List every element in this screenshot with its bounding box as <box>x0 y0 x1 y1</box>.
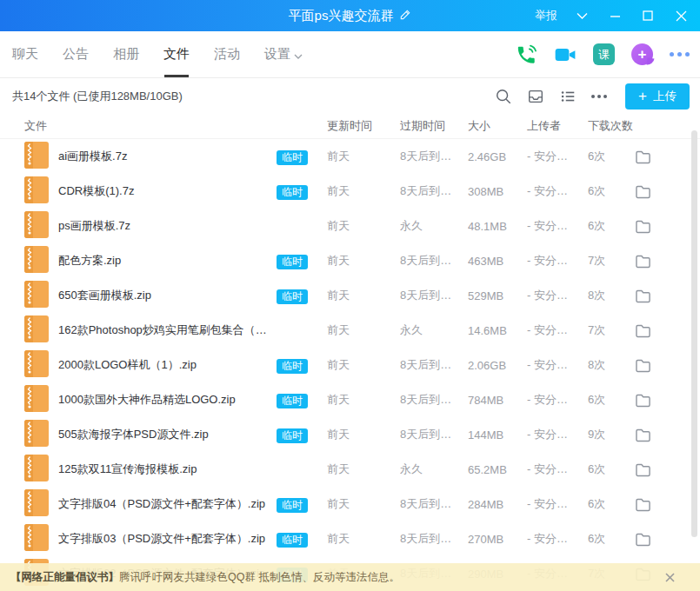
file-size: 65.2MB <box>468 463 527 476</box>
file-row[interactable]: 125款双11宣传海报模板.zip 前天 永久 65.2MB - 安分… 6次 <box>0 452 700 487</box>
tab-announcement[interactable]: 公告 <box>63 31 89 77</box>
col-uploader: 上传者 <box>527 118 588 134</box>
zip-file-icon <box>24 211 49 242</box>
window-title: 平面ps兴趣交流群 <box>289 8 394 24</box>
notice-text: 腾讯呼吁网友共建绿色QQ群 抵制色情、反动等违法信息。 <box>119 570 400 585</box>
file-size: 270MB <box>468 533 527 546</box>
file-toolbar: 共14个文件 (已使用128MB/10GB) <box>0 78 700 114</box>
plus-icon: + <box>638 89 647 103</box>
save-to-folder-icon[interactable] <box>635 184 677 199</box>
tab-bar: 聊天 公告 相册 文件 活动 设置 <box>0 31 700 78</box>
titlebar[interactable]: 平面ps兴趣交流群 举报 <box>0 0 700 31</box>
file-name: 125款双11宣传海报模板.zip <box>58 462 203 477</box>
file-size: 463MB <box>468 255 527 268</box>
file-download-count: 6次 <box>588 149 635 164</box>
more-actions-icon[interactable] <box>670 52 690 56</box>
more-tools-icon[interactable] <box>591 95 607 98</box>
save-to-folder-icon[interactable] <box>635 358 677 373</box>
file-row[interactable]: 文字排版03（PSD源文件+配套字体）.zip 临时 前天 8天后到… 270M… <box>0 521 700 556</box>
file-updated: 前天 <box>327 462 400 477</box>
list-view-icon[interactable] <box>559 88 577 105</box>
file-row[interactable]: 2000款LOGO样机（1）.zip 临时 前天 8天后到… 2.06GB - … <box>0 348 700 382</box>
file-expiry: 8天后到… <box>400 531 468 547</box>
file-expiry: 永久 <box>400 462 468 477</box>
add-member-icon[interactable]: + <box>631 43 653 65</box>
file-uploader: - 安分… <box>527 427 588 442</box>
col-updated: 更新时间 <box>327 118 400 134</box>
file-row[interactable]: CDR模板(1).7z 临时 前天 8天后到… 308MB - 安分… 6次 <box>0 174 700 209</box>
tab-album[interactable]: 相册 <box>113 31 139 77</box>
maximize-button[interactable] <box>636 4 660 27</box>
zip-file-icon <box>24 246 49 276</box>
tab-activity[interactable]: 活动 <box>214 31 240 77</box>
file-size: 2.06GB <box>468 359 527 372</box>
file-uploader: - 安分… <box>527 218 588 234</box>
save-to-folder-icon[interactable] <box>635 289 677 303</box>
file-name: 1000款国外大神作品精选LOGO.zip <box>58 392 243 408</box>
report-button[interactable]: 举报 <box>531 8 561 23</box>
file-uploader: - 安分… <box>527 531 588 547</box>
zip-file-icon <box>24 420 49 450</box>
save-to-folder-icon[interactable] <box>635 428 677 442</box>
file-row[interactable]: ai画册模板.7z 临时 前天 8天后到… 2.46GB - 安分… 6次 <box>0 139 700 174</box>
file-row[interactable]: 1000款国外大神作品精选LOGO.zip 临时 前天 8天后到… 784MB … <box>0 382 700 417</box>
file-download-count: 9次 <box>588 427 635 442</box>
file-row[interactable]: 650套画册模板.zip 临时 前天 8天后到… 529MB - 安分… 8次 <box>0 278 700 313</box>
file-count-summary: 共14个文件 (已使用128MB/10GB) <box>12 89 183 104</box>
file-size: 48.1MB <box>468 220 527 233</box>
file-name: 650套画册模板.zip <box>58 288 158 303</box>
class-icon[interactable]: 课 <box>593 43 615 65</box>
file-download-count: 7次 <box>588 322 635 338</box>
save-to-folder-icon[interactable] <box>635 532 677 547</box>
voice-call-icon[interactable] <box>515 43 537 66</box>
notice-title: 【网络正能量倡议书】 <box>10 570 119 585</box>
file-download-count: 8次 <box>588 288 635 303</box>
save-to-folder-icon[interactable] <box>635 323 677 338</box>
file-uploader: - 安分… <box>527 253 588 269</box>
file-uploader: - 安分… <box>527 357 588 373</box>
file-expiry: 永久 <box>400 218 468 234</box>
temporary-badge: 临时 <box>277 498 308 513</box>
zip-file-icon <box>24 142 49 172</box>
file-expiry: 8天后到… <box>400 253 468 269</box>
file-download-count: 8次 <box>588 357 635 373</box>
save-to-folder-icon[interactable] <box>635 254 677 269</box>
banner-close-icon[interactable] <box>662 569 677 585</box>
file-row[interactable]: ps画册模板.7z 前天 永久 48.1MB - 安分… 6次 <box>0 209 700 243</box>
tab-files[interactable]: 文件 <box>163 31 190 77</box>
save-to-folder-icon[interactable] <box>635 219 677 234</box>
save-to-folder-icon[interactable] <box>635 497 677 512</box>
tab-chat[interactable]: 聊天 <box>12 31 38 77</box>
file-row[interactable]: 文字排版04（PSD源文件+配套字体）.zip 临时 前天 8天后到… 284M… <box>0 487 700 521</box>
zip-file-icon <box>24 455 49 485</box>
close-button[interactable] <box>669 4 693 27</box>
save-to-folder-icon[interactable] <box>635 149 677 164</box>
search-icon[interactable] <box>495 88 512 105</box>
notice-banner: 【网络正能量倡议书】 腾讯呼吁网友共建绿色QQ群 抵制色情、反动等违法信息。 <box>0 563 700 591</box>
file-uploader: - 安分… <box>527 322 588 338</box>
file-name: 文字排版03（PSD源文件+配套字体）.zip <box>58 531 272 547</box>
received-files-tray-icon[interactable] <box>527 88 544 105</box>
save-to-folder-icon[interactable] <box>635 462 677 477</box>
col-size: 大小 <box>468 118 527 134</box>
file-row[interactable]: 配色方案.zip 临时 前天 8天后到… 463MB - 安分… 7次 <box>0 243 700 278</box>
file-expiry: 8天后到… <box>400 496 468 512</box>
minimize-button[interactable] <box>603 4 627 27</box>
file-updated: 前天 <box>327 496 400 512</box>
file-updated: 前天 <box>327 357 400 373</box>
save-to-folder-icon[interactable] <box>635 393 677 408</box>
edit-title-icon[interactable] <box>399 9 411 23</box>
scrollbar-thumb[interactable] <box>691 130 697 537</box>
zip-file-icon <box>24 281 49 311</box>
file-name: 2000款LOGO样机（1）.zip <box>58 357 203 373</box>
file-size: 784MB <box>468 394 527 407</box>
file-row[interactable]: 505款海报字体PSD源文件.zip 临时 前天 8天后到… 144MB - 安… <box>0 417 700 452</box>
file-table-header: 文件 更新时间 过期时间 大小 上传者 下载次数 <box>0 114 700 139</box>
file-updated: 前天 <box>327 427 400 442</box>
file-row[interactable]: 162款Photoshop炒鸡实用笔刷包集合（1.zip 前天 永久 14.6M… <box>0 313 700 348</box>
video-call-icon[interactable] <box>554 43 577 66</box>
file-name: ai画册模板.7z <box>58 149 134 164</box>
upload-button[interactable]: + 上传 <box>625 83 690 110</box>
chevron-down-icon[interactable] <box>570 4 594 27</box>
tab-settings[interactable]: 设置 <box>264 31 303 77</box>
